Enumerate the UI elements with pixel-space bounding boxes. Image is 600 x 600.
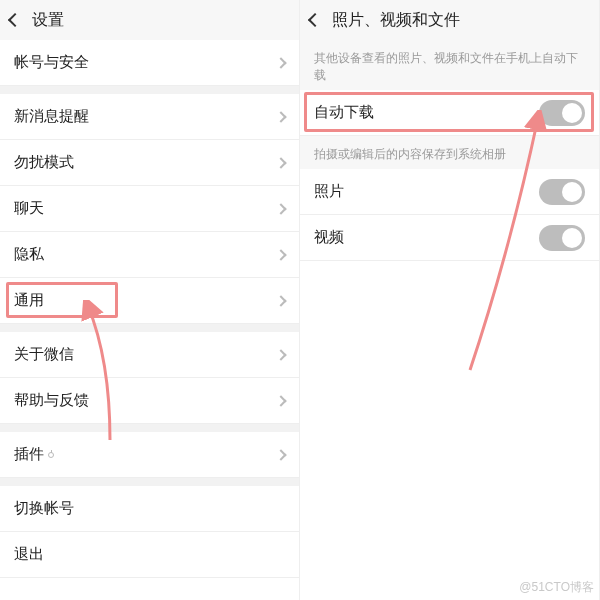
row-videos[interactable]: 视频 bbox=[300, 215, 599, 261]
row-general[interactable]: 通用 bbox=[0, 278, 299, 324]
toggle-photos[interactable] bbox=[539, 179, 585, 205]
row-about[interactable]: 关于微信 bbox=[0, 332, 299, 378]
row-photos[interactable]: 照片 bbox=[300, 169, 599, 215]
row-label: 通用 bbox=[14, 291, 44, 310]
row-label: 插件 bbox=[14, 445, 54, 464]
chevron-right-icon bbox=[275, 203, 286, 214]
row-auto-download[interactable]: 自动下载 bbox=[300, 90, 599, 136]
media-screen: 照片、视频和文件 其他设备查看的照片、视频和文件在手机上自动下载 自动下载 拍摄… bbox=[300, 0, 600, 600]
chevron-right-icon bbox=[275, 249, 286, 260]
row-account-security[interactable]: 帐号与安全 bbox=[0, 40, 299, 86]
section-hint: 拍摄或编辑后的内容保存到系统相册 bbox=[300, 136, 599, 169]
page-title: 照片、视频和文件 bbox=[332, 10, 460, 31]
row-label: 照片 bbox=[314, 182, 344, 201]
row-label: 隐私 bbox=[14, 245, 44, 264]
header: 照片、视频和文件 bbox=[300, 0, 599, 40]
row-new-message[interactable]: 新消息提醒 bbox=[0, 94, 299, 140]
chevron-right-icon bbox=[275, 449, 286, 460]
toggle-auto-download[interactable] bbox=[539, 100, 585, 126]
back-icon[interactable] bbox=[308, 13, 322, 27]
header: 设置 bbox=[0, 0, 299, 40]
section-gap bbox=[0, 424, 299, 432]
row-plugins[interactable]: 插件 bbox=[0, 432, 299, 478]
chevron-right-icon bbox=[275, 157, 286, 168]
row-label: 帮助与反馈 bbox=[14, 391, 89, 410]
page-title: 设置 bbox=[32, 10, 64, 31]
section-hint: 其他设备查看的照片、视频和文件在手机上自动下载 bbox=[300, 40, 599, 90]
row-label: 聊天 bbox=[14, 199, 44, 218]
row-logout[interactable]: 退出 bbox=[0, 532, 299, 578]
row-label: 帐号与安全 bbox=[14, 53, 89, 72]
row-label: 视频 bbox=[314, 228, 344, 247]
row-label: 自动下载 bbox=[314, 103, 374, 122]
section-gap bbox=[0, 324, 299, 332]
section-gap bbox=[0, 478, 299, 486]
row-help-feedback[interactable]: 帮助与反馈 bbox=[0, 378, 299, 424]
row-privacy[interactable]: 隐私 bbox=[0, 232, 299, 278]
row-chat[interactable]: 聊天 bbox=[0, 186, 299, 232]
toggle-videos[interactable] bbox=[539, 225, 585, 251]
row-dnd[interactable]: 勿扰模式 bbox=[0, 140, 299, 186]
chevron-right-icon bbox=[275, 111, 286, 122]
row-label: 新消息提醒 bbox=[14, 107, 89, 126]
location-icon bbox=[48, 452, 54, 458]
back-icon[interactable] bbox=[8, 13, 22, 27]
row-label: 退出 bbox=[14, 545, 44, 564]
section-gap bbox=[0, 86, 299, 94]
row-switch-account[interactable]: 切换帐号 bbox=[0, 486, 299, 532]
chevron-right-icon bbox=[275, 349, 286, 360]
settings-screen: 设置 帐号与安全 新消息提醒 勿扰模式 聊天 隐私 通用 bbox=[0, 0, 300, 600]
row-label: 勿扰模式 bbox=[14, 153, 74, 172]
chevron-right-icon bbox=[275, 57, 286, 68]
watermark: @51CTO博客 bbox=[519, 579, 594, 596]
chevron-right-icon bbox=[275, 295, 286, 306]
row-label: 关于微信 bbox=[14, 345, 74, 364]
chevron-right-icon bbox=[275, 395, 286, 406]
row-label: 切换帐号 bbox=[14, 499, 74, 518]
